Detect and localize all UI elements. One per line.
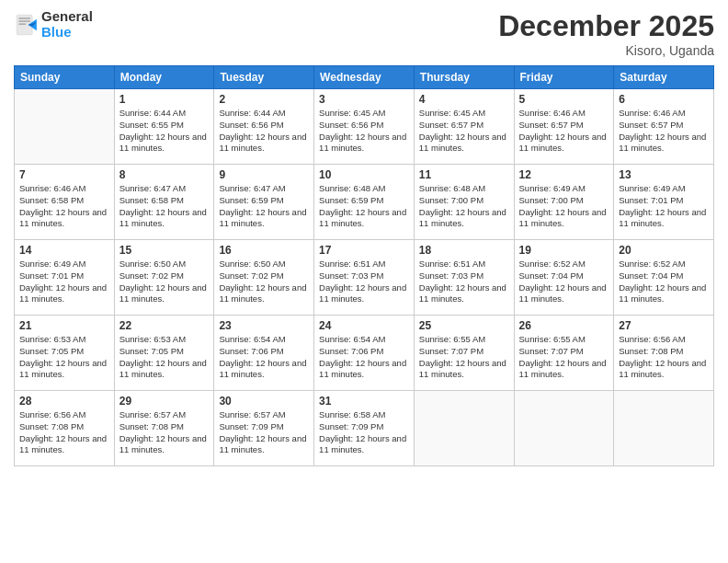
week-row-4: 21Sunrise: 6:53 AM Sunset: 7:05 PM Dayli… <box>15 316 714 391</box>
day-info: Sunrise: 6:51 AM Sunset: 7:03 PM Dayligh… <box>319 259 409 305</box>
day-number: 3 <box>319 93 409 106</box>
day-cell: 31Sunrise: 6:58 AM Sunset: 7:09 PM Dayli… <box>314 391 415 466</box>
day-number: 21 <box>19 319 109 332</box>
day-info: Sunrise: 6:53 AM Sunset: 7:05 PM Dayligh… <box>119 334 210 381</box>
day-number: 13 <box>619 168 709 181</box>
day-number: 17 <box>319 244 409 257</box>
day-cell: 7Sunrise: 6:46 AM Sunset: 6:58 PM Daylig… <box>15 165 115 240</box>
day-info: Sunrise: 6:47 AM Sunset: 6:59 PM Dayligh… <box>219 183 309 230</box>
logo: General Blue <box>14 9 93 40</box>
day-number: 30 <box>219 395 309 408</box>
day-cell: 14Sunrise: 6:49 AM Sunset: 7:01 PM Dayli… <box>15 240 115 316</box>
day-cell: 21Sunrise: 6:53 AM Sunset: 7:05 PM Dayli… <box>15 316 115 391</box>
day-cell <box>614 391 714 466</box>
day-cell: 28Sunrise: 6:56 AM Sunset: 7:08 PM Dayli… <box>15 391 115 466</box>
day-cell: 13Sunrise: 6:49 AM Sunset: 7:01 PM Dayli… <box>614 165 714 240</box>
logo-icon <box>14 12 40 38</box>
day-cell: 4Sunrise: 6:45 AM Sunset: 6:57 PM Daylig… <box>414 89 514 165</box>
day-number: 10 <box>319 168 409 181</box>
svg-rect-3 <box>18 20 29 22</box>
day-info: Sunrise: 6:53 AM Sunset: 7:05 PM Dayligh… <box>19 334 109 381</box>
day-info: Sunrise: 6:45 AM Sunset: 6:56 PM Dayligh… <box>319 108 409 155</box>
day-number: 23 <box>219 319 309 332</box>
day-cell: 29Sunrise: 6:57 AM Sunset: 7:08 PM Dayli… <box>114 391 214 466</box>
day-info: Sunrise: 6:47 AM Sunset: 6:58 PM Dayligh… <box>119 183 210 230</box>
calendar-table: SundayMondayTuesdayWednesdayThursdayFrid… <box>14 65 714 466</box>
logo-blue: Blue <box>41 25 93 40</box>
day-number: 27 <box>619 319 709 332</box>
day-cell: 26Sunrise: 6:55 AM Sunset: 7:07 PM Dayli… <box>514 316 614 391</box>
col-header-saturday: Saturday <box>614 66 714 89</box>
day-number: 19 <box>519 244 609 257</box>
col-header-tuesday: Tuesday <box>214 66 314 89</box>
page: General Blue December 2025 Kisoro, Ugand… <box>0 0 728 563</box>
day-cell <box>414 391 514 466</box>
day-info: Sunrise: 6:50 AM Sunset: 7:02 PM Dayligh… <box>119 259 210 305</box>
day-info: Sunrise: 6:44 AM Sunset: 6:55 PM Dayligh… <box>119 108 210 155</box>
day-cell: 2Sunrise: 6:44 AM Sunset: 6:56 PM Daylig… <box>214 89 314 165</box>
day-number: 31 <box>319 395 409 408</box>
day-cell: 1Sunrise: 6:44 AM Sunset: 6:55 PM Daylig… <box>114 89 214 165</box>
col-header-thursday: Thursday <box>414 66 514 89</box>
day-number: 26 <box>519 319 609 332</box>
day-cell: 22Sunrise: 6:53 AM Sunset: 7:05 PM Dayli… <box>114 316 214 391</box>
day-number: 2 <box>219 93 309 106</box>
day-number: 24 <box>319 319 409 332</box>
title-block: December 2025 Kisoro, Uganda <box>498 9 714 58</box>
day-info: Sunrise: 6:46 AM Sunset: 6:58 PM Dayligh… <box>19 183 109 230</box>
logo-text: General Blue <box>41 9 93 40</box>
header-row: SundayMondayTuesdayWednesdayThursdayFrid… <box>15 66 714 89</box>
day-cell: 11Sunrise: 6:48 AM Sunset: 7:00 PM Dayli… <box>414 165 514 240</box>
day-cell: 5Sunrise: 6:46 AM Sunset: 6:57 PM Daylig… <box>514 89 614 165</box>
day-cell: 19Sunrise: 6:52 AM Sunset: 7:04 PM Dayli… <box>514 240 614 316</box>
svg-rect-4 <box>18 23 26 25</box>
day-number: 5 <box>519 93 609 106</box>
day-cell: 17Sunrise: 6:51 AM Sunset: 7:03 PM Dayli… <box>314 240 415 316</box>
day-info: Sunrise: 6:49 AM Sunset: 7:01 PM Dayligh… <box>19 259 109 305</box>
day-cell: 9Sunrise: 6:47 AM Sunset: 6:59 PM Daylig… <box>214 165 314 240</box>
day-info: Sunrise: 6:54 AM Sunset: 7:06 PM Dayligh… <box>219 334 309 381</box>
week-row-5: 28Sunrise: 6:56 AM Sunset: 7:08 PM Dayli… <box>15 391 714 466</box>
col-header-monday: Monday <box>114 66 214 89</box>
day-info: Sunrise: 6:56 AM Sunset: 7:08 PM Dayligh… <box>619 334 709 381</box>
day-cell: 6Sunrise: 6:46 AM Sunset: 6:57 PM Daylig… <box>614 89 714 165</box>
header: General Blue December 2025 Kisoro, Ugand… <box>14 9 714 58</box>
day-number: 22 <box>119 319 210 332</box>
svg-rect-2 <box>18 17 29 19</box>
day-number: 18 <box>419 244 509 257</box>
day-number: 16 <box>219 244 309 257</box>
day-info: Sunrise: 6:51 AM Sunset: 7:03 PM Dayligh… <box>419 259 509 305</box>
day-info: Sunrise: 6:44 AM Sunset: 6:56 PM Dayligh… <box>219 108 309 155</box>
day-cell: 25Sunrise: 6:55 AM Sunset: 7:07 PM Dayli… <box>414 316 514 391</box>
day-info: Sunrise: 6:58 AM Sunset: 7:09 PM Dayligh… <box>319 409 409 456</box>
subtitle: Kisoro, Uganda <box>498 43 714 58</box>
day-cell: 24Sunrise: 6:54 AM Sunset: 7:06 PM Dayli… <box>314 316 415 391</box>
day-cell: 20Sunrise: 6:52 AM Sunset: 7:04 PM Dayli… <box>614 240 714 316</box>
day-number: 9 <box>219 168 309 181</box>
day-info: Sunrise: 6:56 AM Sunset: 7:08 PM Dayligh… <box>19 409 109 456</box>
day-cell: 30Sunrise: 6:57 AM Sunset: 7:09 PM Dayli… <box>214 391 314 466</box>
day-info: Sunrise: 6:46 AM Sunset: 6:57 PM Dayligh… <box>619 108 709 155</box>
week-row-2: 7Sunrise: 6:46 AM Sunset: 6:58 PM Daylig… <box>15 165 714 240</box>
logo-general: General <box>41 9 93 25</box>
day-info: Sunrise: 6:48 AM Sunset: 6:59 PM Dayligh… <box>319 183 409 230</box>
week-row-1: 1Sunrise: 6:44 AM Sunset: 6:55 PM Daylig… <box>15 89 714 165</box>
day-number: 14 <box>19 244 109 257</box>
day-cell: 27Sunrise: 6:56 AM Sunset: 7:08 PM Dayli… <box>614 316 714 391</box>
col-header-friday: Friday <box>514 66 614 89</box>
day-cell: 10Sunrise: 6:48 AM Sunset: 6:59 PM Dayli… <box>314 165 415 240</box>
day-info: Sunrise: 6:49 AM Sunset: 7:01 PM Dayligh… <box>619 183 709 230</box>
day-info: Sunrise: 6:52 AM Sunset: 7:04 PM Dayligh… <box>519 259 609 305</box>
day-info: Sunrise: 6:57 AM Sunset: 7:09 PM Dayligh… <box>219 409 309 456</box>
day-number: 6 <box>619 93 709 106</box>
day-cell: 23Sunrise: 6:54 AM Sunset: 7:06 PM Dayli… <box>214 316 314 391</box>
day-cell <box>15 89 115 165</box>
day-info: Sunrise: 6:48 AM Sunset: 7:00 PM Dayligh… <box>419 183 509 230</box>
day-number: 29 <box>119 395 210 408</box>
day-cell: 8Sunrise: 6:47 AM Sunset: 6:58 PM Daylig… <box>114 165 214 240</box>
day-number: 4 <box>419 93 509 106</box>
day-info: Sunrise: 6:49 AM Sunset: 7:00 PM Dayligh… <box>519 183 609 230</box>
main-title: December 2025 <box>498 9 714 43</box>
day-info: Sunrise: 6:57 AM Sunset: 7:08 PM Dayligh… <box>119 409 210 456</box>
day-number: 25 <box>419 319 509 332</box>
